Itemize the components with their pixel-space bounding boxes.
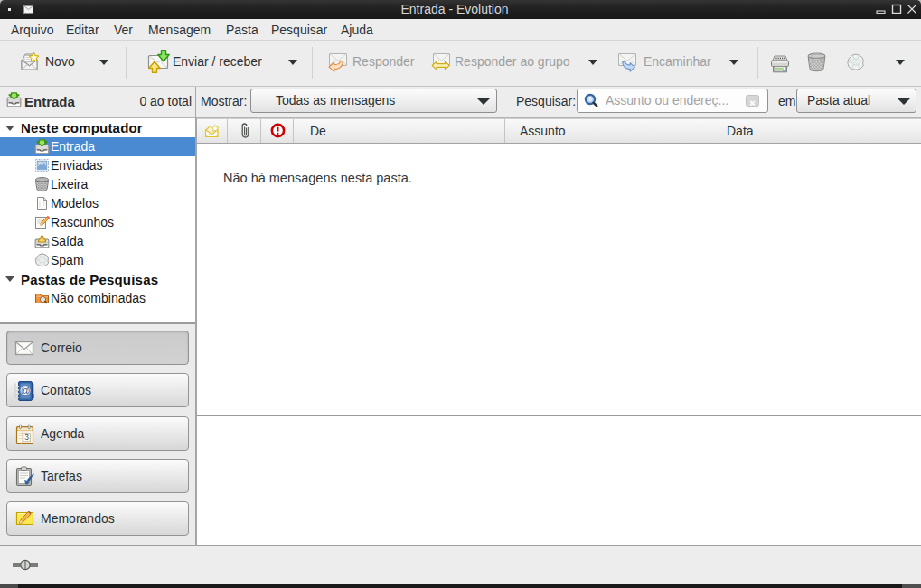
svg-text:@: @: [21, 385, 31, 396]
svg-text:3: 3: [24, 433, 29, 442]
